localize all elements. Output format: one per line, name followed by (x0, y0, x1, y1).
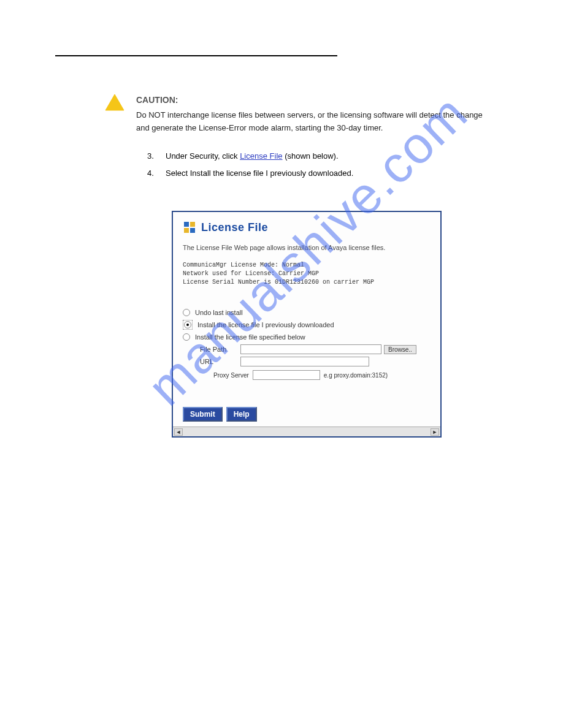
radio-install-previously-downloaded[interactable]: Install the license file I previously do… (183, 320, 431, 330)
scroll-right-icon[interactable]: ► (431, 428, 439, 436)
radio-label: Undo last install (195, 309, 243, 316)
file-path-input[interactable] (240, 344, 381, 354)
radio-icon (183, 333, 190, 341)
step-number: 4. (147, 167, 166, 180)
radio-icon (184, 321, 191, 328)
svg-marker-0 (105, 94, 124, 110)
radio-undo-last-install[interactable]: Undo last install (183, 309, 431, 316)
proxy-server-input[interactable] (253, 370, 320, 380)
horizontal-scrollbar[interactable]: ◄ ► (173, 427, 440, 436)
scroll-left-icon[interactable]: ◄ (174, 428, 183, 436)
caution-text: Do NOT interchange license files between… (136, 110, 483, 132)
app-logo-icon (183, 221, 196, 234)
section-rule (55, 55, 337, 56)
radio-label: Install the license file specified below (195, 333, 305, 341)
license-file-dialog: License File The License File Web page a… (172, 211, 442, 438)
step-number: 3. (147, 150, 166, 163)
step-text-before: Under Security, click (166, 151, 240, 161)
browse-button[interactable]: Browse.. (384, 345, 416, 354)
step-text: Select Install the license file I previo… (166, 167, 484, 180)
url-input[interactable] (240, 357, 369, 366)
radio-label: Install the license file I previously do… (197, 321, 334, 328)
proxy-hint: e.g proxy.domain:3152) (324, 372, 388, 379)
help-button[interactable]: Help (226, 407, 257, 422)
file-path-label: File Path (200, 346, 240, 353)
proxy-server-label: Proxy Server (213, 372, 249, 379)
caution-block: CAUTION: Do NOT interchange license file… (104, 93, 508, 135)
step-3: 3. Under Security, click License File (s… (147, 150, 508, 163)
url-label: URL (200, 358, 240, 365)
svg-rect-3 (184, 228, 189, 233)
radio-install-specified-below[interactable]: Install the license file specified below (183, 333, 431, 341)
step-text-after: (shown below). (283, 151, 339, 161)
license-status-block: CommunicaMgr License Mode: Normal Networ… (183, 261, 431, 287)
dialog-title: License File (201, 221, 268, 234)
radio-icon (183, 309, 190, 316)
dialog-description: The License File Web page allows install… (183, 244, 431, 251)
license-file-link[interactable]: License File (240, 151, 282, 161)
caution-icon (104, 93, 125, 112)
svg-rect-4 (190, 228, 195, 233)
svg-rect-1 (184, 222, 189, 227)
step-4: 4. Select Install the license file I pre… (147, 167, 508, 180)
caution-label: CAUTION: (136, 93, 492, 107)
svg-rect-2 (190, 222, 195, 227)
submit-button[interactable]: Submit (183, 407, 223, 422)
